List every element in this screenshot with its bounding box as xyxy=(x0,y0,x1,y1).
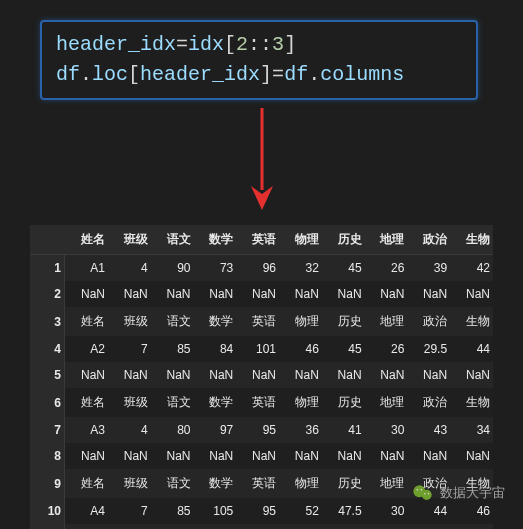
table-cell: 7 xyxy=(108,498,151,524)
token: [ xyxy=(224,33,236,56)
col-header: 政治 xyxy=(407,225,450,255)
table-cell: NaN xyxy=(407,281,450,307)
table-cell: NaN xyxy=(365,443,408,469)
code-line-2: df.loc[header_idx]=df.columns xyxy=(56,60,462,90)
table-cell: NaN xyxy=(108,524,151,529)
table-cell: NaN xyxy=(194,362,237,388)
table-cell: 物理 xyxy=(279,469,322,498)
token: 3 xyxy=(272,33,284,56)
table-cell: 73 xyxy=(194,255,237,282)
table-row: 5NaNNaNNaNNaNNaNNaNNaNNaNNaNNaN xyxy=(30,362,493,388)
table-cell: 班级 xyxy=(108,307,151,336)
table-cell: 物理 xyxy=(279,388,322,417)
row-index: 8 xyxy=(30,443,65,469)
table-cell: NaN xyxy=(279,524,322,529)
token: header_idx xyxy=(140,63,260,86)
svg-point-7 xyxy=(428,493,429,494)
table-cell: NaN xyxy=(365,362,408,388)
table-cell: 52 xyxy=(279,498,322,524)
svg-point-6 xyxy=(424,493,425,494)
table-cell: 85 xyxy=(151,336,194,362)
token: = xyxy=(272,63,284,86)
table-cell: NaN xyxy=(322,362,365,388)
table-cell: 32 xyxy=(279,255,322,282)
table-cell: NaN xyxy=(450,443,493,469)
table-cell: 数学 xyxy=(194,388,237,417)
table-cell: 地理 xyxy=(365,388,408,417)
table-row: 11NaNNaNNaNNaNNaNNaNNaNNaNNaNNaN xyxy=(30,524,493,529)
table-cell: NaN xyxy=(236,524,279,529)
table-cell: 96 xyxy=(236,255,279,282)
token: df xyxy=(284,63,308,86)
table-cell: 政治 xyxy=(407,307,450,336)
token: 2 xyxy=(236,33,248,56)
token: df xyxy=(56,63,80,86)
svg-point-4 xyxy=(416,489,418,491)
table-cell: NaN xyxy=(194,524,237,529)
table-cell: NaN xyxy=(450,281,493,307)
row-index: 1 xyxy=(30,255,65,282)
table-cell: 语文 xyxy=(151,388,194,417)
table-cell: NaN xyxy=(236,443,279,469)
table-row: 1A149073963245263942 xyxy=(30,255,493,282)
table-cell: 数学 xyxy=(194,307,237,336)
watermark: 数据大宇宙 xyxy=(412,482,505,504)
table-cell: 姓名 xyxy=(65,388,108,417)
table-cell: NaN xyxy=(151,281,194,307)
table-cell: 46 xyxy=(279,336,322,362)
table-cell: 84 xyxy=(194,336,237,362)
row-index: 7 xyxy=(30,417,65,443)
col-header: 班级 xyxy=(108,225,151,255)
table-cell: A2 xyxy=(65,336,108,362)
table-cell: 47.5 xyxy=(322,498,365,524)
table-cell: 30 xyxy=(365,498,408,524)
table-cell: 95 xyxy=(236,498,279,524)
token: ] xyxy=(260,63,272,86)
table-cell: NaN xyxy=(322,443,365,469)
table-cell: NaN xyxy=(65,443,108,469)
table-cell: NaN xyxy=(322,281,365,307)
table-cell: NaN xyxy=(108,281,151,307)
table-cell: 姓名 xyxy=(65,307,108,336)
table-cell: 26 xyxy=(365,336,408,362)
wechat-icon xyxy=(412,482,434,504)
col-header: 英语 xyxy=(236,225,279,255)
table-cell: 80 xyxy=(151,417,194,443)
table-cell: 97 xyxy=(194,417,237,443)
table-corner xyxy=(30,225,65,255)
col-header: 生物 xyxy=(450,225,493,255)
table-cell: NaN xyxy=(279,443,322,469)
table-cell: 95 xyxy=(236,417,279,443)
token: header_idx xyxy=(56,33,176,56)
col-header: 历史 xyxy=(322,225,365,255)
row-index: 10 xyxy=(30,498,65,524)
table-cell: 30 xyxy=(365,417,408,443)
row-index: 11 xyxy=(30,524,65,529)
table-cell: 班级 xyxy=(108,388,151,417)
table-cell: NaN xyxy=(365,281,408,307)
table-cell: A4 xyxy=(65,498,108,524)
arrow-down-icon xyxy=(15,108,508,213)
table-cell: NaN xyxy=(65,362,108,388)
token: ] xyxy=(284,33,296,56)
table-cell: 英语 xyxy=(236,469,279,498)
col-header: 地理 xyxy=(365,225,408,255)
table-row: 2NaNNaNNaNNaNNaNNaNNaNNaNNaNNaN xyxy=(30,281,493,307)
table-header-row: 姓名 班级 语文 数学 英语 物理 历史 地理 政治 生物 xyxy=(30,225,493,255)
row-index: 9 xyxy=(30,469,65,498)
table-cell: 43 xyxy=(407,417,450,443)
table-cell: NaN xyxy=(322,524,365,529)
token: . xyxy=(308,63,320,86)
table-cell: NaN xyxy=(65,524,108,529)
row-index: 6 xyxy=(30,388,65,417)
row-index: 5 xyxy=(30,362,65,388)
code-line-1: header_idx=idx[2::3] xyxy=(56,30,462,60)
token: :: xyxy=(248,33,272,56)
table-cell: 4 xyxy=(108,417,151,443)
table-cell: NaN xyxy=(194,443,237,469)
table-cell: 生物 xyxy=(450,307,493,336)
table-cell: NaN xyxy=(407,443,450,469)
table-cell: 地理 xyxy=(365,307,408,336)
col-header: 姓名 xyxy=(65,225,108,255)
table-cell: NaN xyxy=(407,362,450,388)
